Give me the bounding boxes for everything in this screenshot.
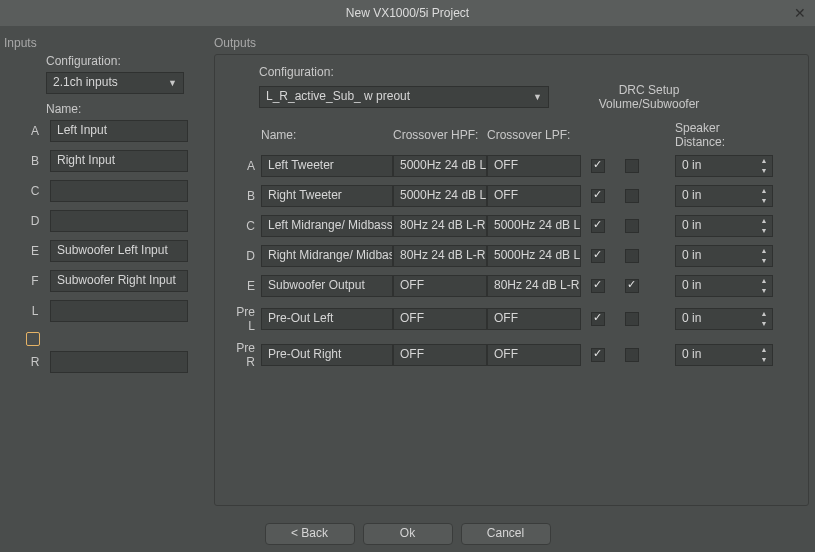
crossover-lpf-field[interactable]: 5000Hz 24 dB L-R xyxy=(487,245,581,267)
output-row: DRight Midrange/ Midbass80Hz 24 dB L-R50… xyxy=(227,245,796,267)
crossover-lpf-field[interactable]: OFF xyxy=(487,185,581,207)
input-name-field[interactable]: Subwoofer Left Input xyxy=(50,240,188,262)
input-name-field[interactable] xyxy=(50,180,188,202)
speaker-distance-value: 0 in xyxy=(682,158,701,172)
input-row: L xyxy=(0,300,210,322)
drc-volume-checkbox[interactable] xyxy=(591,279,605,293)
drc-subwoofer-checkbox[interactable] xyxy=(625,348,639,362)
output-name-field[interactable]: Subwoofer Output xyxy=(261,275,393,297)
crossover-lpf-field[interactable]: 80Hz 24 dB L-R xyxy=(487,275,581,297)
stepper-up-icon[interactable]: ▲ xyxy=(758,157,770,165)
crossover-hpf-field[interactable]: 80Hz 24 dB L-R xyxy=(393,215,487,237)
speaker-distance-stepper[interactable]: 0 in▲▼ xyxy=(675,155,773,177)
input-channel-label: E xyxy=(24,244,46,258)
stepper-down-icon[interactable]: ▼ xyxy=(758,356,770,364)
drc-subwoofer-checkbox[interactable] xyxy=(625,219,639,233)
stepper-up-icon[interactable]: ▲ xyxy=(758,277,770,285)
crossover-lpf-field[interactable]: OFF xyxy=(487,308,581,330)
stepper-down-icon[interactable]: ▼ xyxy=(758,197,770,205)
crossover-hpf-field[interactable]: 80Hz 24 dB L-R xyxy=(393,245,487,267)
input-name-field[interactable]: Right Input xyxy=(50,150,188,172)
cancel-button[interactable]: Cancel xyxy=(461,523,551,545)
input-channel-label: R xyxy=(24,355,46,369)
crossover-hpf-field[interactable]: 5000Hz 24 dB L-R xyxy=(393,185,487,207)
header-lpf: Crossover LPF: xyxy=(487,128,581,142)
drc-volume-checkbox[interactable] xyxy=(591,159,605,173)
output-name-field[interactable]: Right Tweeter xyxy=(261,185,393,207)
crossover-lpf-field[interactable]: OFF xyxy=(487,155,581,177)
drc-volume-checkbox[interactable] xyxy=(591,249,605,263)
inputs-name-label: Name: xyxy=(46,102,210,116)
output-name-field[interactable]: Left Midrange/ Midbass xyxy=(261,215,393,237)
crossover-hpf-field[interactable]: OFF xyxy=(393,275,487,297)
output-name-field[interactable]: Pre-Out Left xyxy=(261,308,393,330)
speaker-distance-stepper[interactable]: 0 in▲▼ xyxy=(675,275,773,297)
stepper-down-icon[interactable]: ▼ xyxy=(758,257,770,265)
drc-subwoofer-checkbox[interactable] xyxy=(625,279,639,293)
chevron-down-icon: ▼ xyxy=(168,78,177,88)
input-row: BRight Input xyxy=(0,150,210,172)
crossover-hpf-field[interactable]: OFF xyxy=(393,308,487,330)
input-name-field[interactable] xyxy=(50,300,188,322)
output-name-field[interactable]: Pre-Out Right xyxy=(261,344,393,366)
stepper-up-icon[interactable]: ▲ xyxy=(758,310,770,318)
crossover-lpf-field[interactable]: 5000Hz 24 dB L-R xyxy=(487,215,581,237)
speaker-distance-value: 0 in xyxy=(682,218,701,232)
speaker-distance-stepper[interactable]: 0 in▲▼ xyxy=(675,185,773,207)
stepper-down-icon[interactable]: ▼ xyxy=(758,227,770,235)
drc-subwoofer-checkbox[interactable] xyxy=(625,159,639,173)
drc-volume-checkbox[interactable] xyxy=(591,219,605,233)
speaker-distance-stepper[interactable]: 0 in▲▼ xyxy=(675,215,773,237)
stepper-up-icon[interactable]: ▲ xyxy=(758,187,770,195)
footer: < Back Ok Cancel xyxy=(0,516,815,552)
inputs-config-label: Configuration: xyxy=(46,54,210,68)
output-row: CLeft Midrange/ Midbass80Hz 24 dB L-R500… xyxy=(227,215,796,237)
inputs-panel-label: Inputs xyxy=(0,30,210,54)
stepper-down-icon[interactable]: ▼ xyxy=(758,167,770,175)
output-name-field[interactable]: Left Tweeter xyxy=(261,155,393,177)
crossover-lpf-field[interactable]: OFF xyxy=(487,344,581,366)
speaker-distance-stepper[interactable]: 0 in▲▼ xyxy=(675,308,773,330)
header-name: Name: xyxy=(261,128,393,142)
stepper-up-icon[interactable]: ▲ xyxy=(758,247,770,255)
input-name-field[interactable] xyxy=(50,210,188,232)
output-channel-label: Pre R xyxy=(227,341,261,369)
output-row: ALeft Tweeter5000Hz 24 dB L-ROFF0 in▲▼ xyxy=(227,155,796,177)
speaker-distance-value: 0 in xyxy=(682,188,701,202)
link-lr-icon[interactable] xyxy=(26,332,40,346)
drc-setup-label: DRC Setup Volume/Subwoofer xyxy=(589,83,709,111)
stepper-up-icon[interactable]: ▲ xyxy=(758,217,770,225)
crossover-hpf-field[interactable]: OFF xyxy=(393,344,487,366)
titlebar: New VX1000/5i Project ✕ xyxy=(0,0,815,26)
input-name-field[interactable] xyxy=(50,351,188,373)
drc-volume-checkbox[interactable] xyxy=(591,312,605,326)
input-channel-label: B xyxy=(24,154,46,168)
drc-subwoofer-checkbox[interactable] xyxy=(625,249,639,263)
crossover-hpf-field[interactable]: 5000Hz 24 dB L-R xyxy=(393,155,487,177)
header-hpf: Crossover HPF: xyxy=(393,128,487,142)
ok-button[interactable]: Ok xyxy=(363,523,453,545)
output-channel-label: A xyxy=(227,159,261,173)
drc-volume-checkbox[interactable] xyxy=(591,348,605,362)
close-icon[interactable]: ✕ xyxy=(791,4,809,22)
speaker-distance-stepper[interactable]: 0 in▲▼ xyxy=(675,344,773,366)
inputs-config-combo[interactable]: 2.1ch inputs ▼ xyxy=(46,72,184,94)
drc-subwoofer-checkbox[interactable] xyxy=(625,312,639,326)
speaker-distance-stepper[interactable]: 0 in▲▼ xyxy=(675,245,773,267)
stepper-down-icon[interactable]: ▼ xyxy=(758,287,770,295)
speaker-distance-value: 0 in xyxy=(682,311,701,325)
output-row: Pre RPre-Out RightOFFOFF0 in▲▼ xyxy=(227,341,796,369)
drc-subwoofer-checkbox[interactable] xyxy=(625,189,639,203)
outputs-config-combo[interactable]: L_R_active_Sub_ w preout ▼ xyxy=(259,86,549,108)
stepper-up-icon[interactable]: ▲ xyxy=(758,346,770,354)
input-name-field[interactable]: Subwoofer Right Input xyxy=(50,270,188,292)
input-name-field[interactable]: Left Input xyxy=(50,120,188,142)
output-name-field[interactable]: Right Midrange/ Midbass xyxy=(261,245,393,267)
stepper-down-icon[interactable]: ▼ xyxy=(758,320,770,328)
outputs-config-label: Configuration: xyxy=(259,65,796,79)
speaker-distance-value: 0 in xyxy=(682,248,701,262)
back-button[interactable]: < Back xyxy=(265,523,355,545)
input-channel-label: D xyxy=(24,214,46,228)
outputs-config-value: L_R_active_Sub_ w preout xyxy=(266,89,410,103)
drc-volume-checkbox[interactable] xyxy=(591,189,605,203)
